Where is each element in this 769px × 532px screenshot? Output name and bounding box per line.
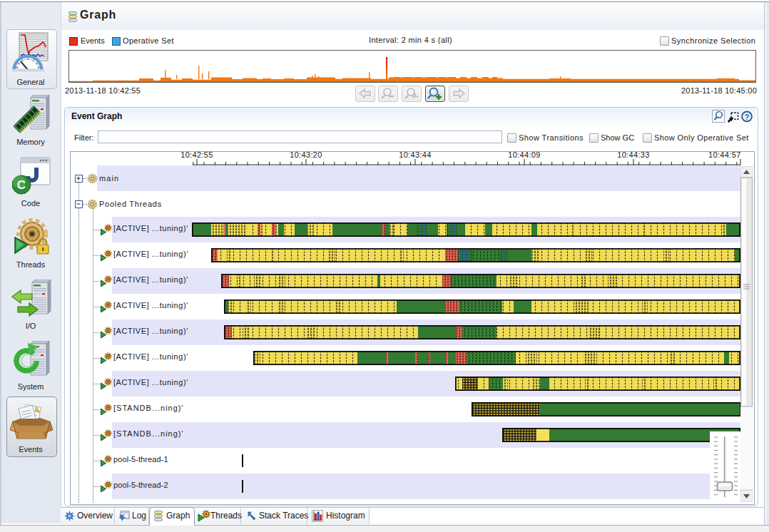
svg-text:C: C [17,178,26,192]
svg-text:?: ? [745,113,750,121]
